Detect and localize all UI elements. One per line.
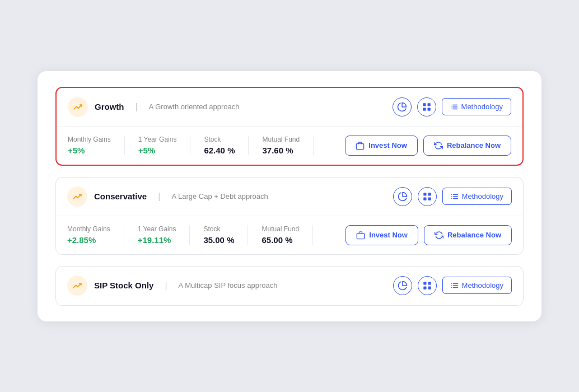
stat-value: 65.00 % xyxy=(262,235,299,245)
card-title: Conservative xyxy=(94,192,147,201)
pie-chart-icon-button[interactable] xyxy=(393,97,412,116)
grid-icon-button[interactable] xyxy=(418,276,437,295)
grid-icon-button[interactable] xyxy=(417,97,436,116)
card-conservative: Conservative|A Large Cap + Debt approach… xyxy=(55,177,524,255)
methodology-button[interactable]: Methodology xyxy=(442,277,512,294)
invest-now-label: Invest Now xyxy=(369,231,408,239)
stat-value: +2.85% xyxy=(67,235,110,245)
svg-rect-2 xyxy=(423,108,426,110)
stat-label: 1 Year Gains xyxy=(138,136,177,143)
rebalance-now-label: Rebalance Now xyxy=(447,231,501,239)
rebalance-now-button[interactable]: Rebalance Now xyxy=(424,225,512,245)
invest-now-label: Invest Now xyxy=(368,141,407,150)
svg-rect-24 xyxy=(423,286,426,289)
card-header-left-conservative: Conservative|A Large Cap + Debt approach xyxy=(67,186,268,207)
action-buttons: Invest NowRebalance Now xyxy=(345,136,511,156)
stat-label: Monthly Gains xyxy=(68,136,111,143)
card-title-divider: | xyxy=(158,192,160,202)
main-container: Growth|A Growth oriented approachMethodo… xyxy=(38,71,541,321)
methodology-button[interactable]: Methodology xyxy=(442,98,511,115)
stat-item-1: 1 Year Gains+19.11% xyxy=(138,225,190,245)
invest-now-button[interactable]: Invest Now xyxy=(345,225,418,245)
stat-label: Mutual Fund xyxy=(262,136,300,143)
card-title: Growth xyxy=(95,102,124,111)
trend-icon xyxy=(67,276,87,296)
methodology-label: Methodology xyxy=(462,192,503,200)
card-header-right-conservative: Methodology xyxy=(393,187,512,206)
pie-chart-icon-button[interactable] xyxy=(393,187,412,206)
stat-value: 37.60 % xyxy=(262,146,300,155)
card-header-right-sip-stock-only: Methodology xyxy=(393,276,512,295)
methodology-label: Methodology xyxy=(462,281,503,290)
stat-value: +5% xyxy=(138,146,177,155)
svg-rect-23 xyxy=(428,282,431,284)
stat-item-2: Stock35.00 % xyxy=(203,225,248,245)
methodology-button[interactable]: Methodology xyxy=(442,188,512,205)
stat-value: 62.40 % xyxy=(204,146,235,155)
card-title-divider: | xyxy=(165,281,167,291)
card-header-conservative: Conservative|A Large Cap + Debt approach… xyxy=(56,178,523,216)
svg-rect-14 xyxy=(428,197,431,200)
stat-item-0: Monthly Gains+5% xyxy=(68,136,125,155)
stat-label: Monthly Gains xyxy=(67,225,110,233)
stat-label: 1 Year Gains xyxy=(138,225,176,233)
stat-item-2: Stock62.40 % xyxy=(204,136,249,155)
card-subtitle: A Multicap SIP focus approach xyxy=(179,281,278,290)
card-subtitle: A Growth oriented approach xyxy=(149,102,240,111)
svg-rect-12 xyxy=(428,193,431,195)
grid-icon-button[interactable] xyxy=(418,187,437,206)
stat-item-1: 1 Year Gains+5% xyxy=(138,136,191,155)
card-body-conservative: Monthly Gains+2.85%1 Year Gains+19.11%St… xyxy=(56,216,523,254)
card-growth: Growth|A Growth oriented approachMethodo… xyxy=(55,87,524,166)
card-header-sip-stock-only: SIP Stock Only|A Multicap SIP focus appr… xyxy=(56,267,523,305)
svg-rect-22 xyxy=(423,282,426,284)
rebalance-now-button[interactable]: Rebalance Now xyxy=(423,136,511,156)
svg-rect-11 xyxy=(423,193,426,195)
card-header-left-sip-stock-only: SIP Stock Only|A Multicap SIP focus appr… xyxy=(67,276,277,296)
trend-icon xyxy=(68,97,88,117)
rebalance-now-label: Rebalance Now xyxy=(447,141,501,150)
stat-label: Mutual Fund xyxy=(262,225,299,233)
card-title-divider: | xyxy=(136,102,138,112)
stat-value: 35.00 % xyxy=(203,235,234,245)
action-buttons: Invest NowRebalance Now xyxy=(345,225,512,245)
stat-value: +19.11% xyxy=(138,235,176,245)
card-sip-stock-only: SIP Stock Only|A Multicap SIP focus appr… xyxy=(55,266,524,306)
stat-item-3: Mutual Fund37.60 % xyxy=(262,136,314,155)
stat-item-0: Monthly Gains+2.85% xyxy=(67,225,124,245)
svg-rect-3 xyxy=(427,108,430,110)
stat-item-3: Mutual Fund65.00 % xyxy=(262,225,313,245)
svg-rect-25 xyxy=(428,286,431,289)
stat-value: +5% xyxy=(68,146,111,155)
svg-rect-13 xyxy=(423,197,426,200)
pie-chart-icon-button[interactable] xyxy=(393,276,412,295)
methodology-label: Methodology xyxy=(461,102,503,111)
card-header-left-growth: Growth|A Growth oriented approach xyxy=(68,97,240,117)
card-header-right-growth: Methodology xyxy=(393,97,511,116)
svg-rect-0 xyxy=(423,103,426,106)
stat-label: Stock xyxy=(203,225,234,233)
svg-rect-1 xyxy=(427,103,430,106)
card-body-growth: Monthly Gains+5%1 Year Gains+5%Stock62.4… xyxy=(57,127,522,165)
card-title: SIP Stock Only xyxy=(94,281,153,290)
invest-now-button[interactable]: Invest Now xyxy=(345,136,418,156)
svg-rect-21 xyxy=(357,233,365,239)
stat-label: Stock xyxy=(204,136,235,143)
trend-icon xyxy=(67,186,87,207)
svg-rect-10 xyxy=(357,143,364,149)
card-subtitle: A Large Cap + Debt approach xyxy=(171,192,268,200)
card-header-growth: Growth|A Growth oriented approachMethodo… xyxy=(57,88,522,127)
